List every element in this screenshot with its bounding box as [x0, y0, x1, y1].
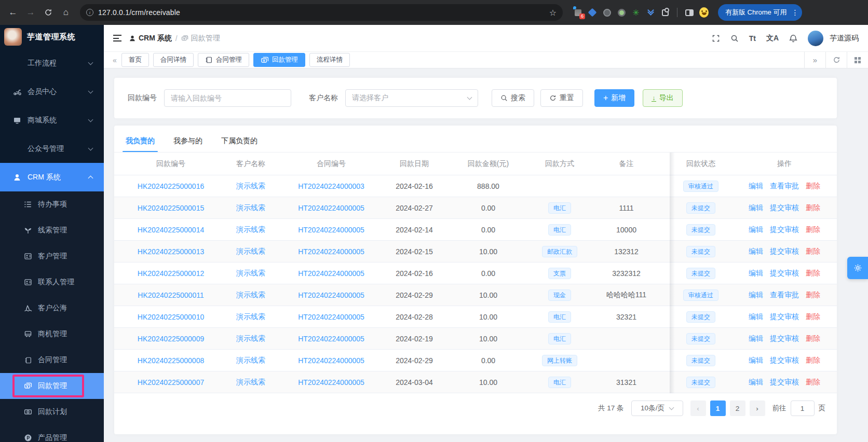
- action-delete-link[interactable]: 删除: [806, 291, 820, 300]
- sidebar-item-4[interactable]: CRM 系统: [0, 163, 104, 191]
- action-delete-link[interactable]: 删除: [806, 312, 820, 322]
- menu-collapse-icon[interactable]: [113, 35, 121, 42]
- action-audit-link[interactable]: 提交审核: [770, 203, 799, 213]
- home-icon[interactable]: ⌂: [58, 5, 74, 20]
- username[interactable]: 芋道源码: [830, 34, 859, 43]
- action-edit-link[interactable]: 编辑: [749, 269, 763, 278]
- customer-link[interactable]: 演示线索: [236, 269, 265, 277]
- action-delete-link[interactable]: 删除: [806, 356, 820, 365]
- customer-link[interactable]: 演示线索: [236, 334, 265, 342]
- action-audit-link[interactable]: 提交审核: [770, 225, 799, 234]
- receivable-code-link[interactable]: HK20240225000013: [138, 247, 204, 256]
- reset-button[interactable]: 重置: [540, 89, 583, 107]
- page-number-2[interactable]: 2: [730, 400, 745, 416]
- sidebar-subitem-4[interactable]: 客户公海: [0, 295, 104, 321]
- sidebar-subitem-3[interactable]: 联系人管理: [0, 269, 104, 295]
- action-delete-link[interactable]: 删除: [806, 378, 820, 387]
- page-tab-0[interactable]: 首页: [121, 53, 149, 67]
- action-edit-link[interactable]: 编辑: [749, 182, 763, 191]
- chrome-menu-icon[interactable]: ⋮: [791, 8, 799, 17]
- extension-green-star-icon[interactable]: ✳: [631, 8, 641, 17]
- address-bar[interactable]: i 127.0.0.1/crm/receivable ☆: [80, 4, 563, 21]
- action-delete-link[interactable]: 删除: [806, 225, 820, 234]
- customer-link[interactable]: 演示线索: [236, 182, 265, 190]
- fullscreen-icon[interactable]: [712, 34, 720, 43]
- customer-link[interactable]: 演示线索: [236, 247, 265, 255]
- page-tab-4[interactable]: 流程详情: [309, 53, 350, 67]
- prev-page-icon[interactable]: ‹: [690, 400, 706, 416]
- tab-options-grid-icon[interactable]: [847, 52, 868, 68]
- contract-code-link[interactable]: HT20240224000005: [298, 247, 364, 256]
- scope-tab-0[interactable]: 我负责的: [126, 136, 155, 152]
- bookmark-star-icon[interactable]: ☆: [549, 8, 557, 18]
- back-icon[interactable]: ←: [5, 5, 21, 20]
- extension-dark-circle-icon[interactable]: [602, 8, 612, 17]
- action-edit-link[interactable]: 编辑: [749, 312, 763, 322]
- sidebar-subitem-2[interactable]: 客户管理: [0, 243, 104, 269]
- forward-icon[interactable]: →: [23, 5, 38, 20]
- action-audit-link[interactable]: 查看审批: [770, 291, 799, 300]
- scope-tab-2[interactable]: 下属负责的: [221, 136, 257, 152]
- site-info-icon[interactable]: i: [86, 9, 93, 16]
- action-edit-link[interactable]: 编辑: [749, 378, 763, 387]
- page-tab-3[interactable]: 回款管理: [253, 53, 305, 67]
- action-edit-link[interactable]: 编辑: [749, 247, 763, 256]
- customer-link[interactable]: 演示线索: [236, 225, 265, 233]
- chrome-update-button[interactable]: 有新版 Chrome 可用 ⋮: [718, 4, 802, 21]
- action-audit-link[interactable]: 提交审核: [770, 356, 799, 365]
- sidebar-subitem-6[interactable]: 合同管理: [0, 347, 104, 373]
- contract-code-link[interactable]: HT20240224000005: [298, 204, 364, 212]
- customer-link[interactable]: 演示线索: [236, 356, 265, 364]
- receivable-code-link[interactable]: HK20240225000016: [138, 182, 204, 190]
- action-edit-link[interactable]: 编辑: [749, 334, 763, 343]
- sidebar-subitem-9[interactable]: 产品管理: [0, 425, 104, 442]
- action-audit-link[interactable]: 查看审批: [770, 182, 799, 191]
- tab-refresh-icon[interactable]: [825, 52, 847, 68]
- extension-diamond-icon[interactable]: [588, 8, 597, 17]
- next-page-icon[interactable]: ›: [750, 400, 765, 416]
- receivable-code-link[interactable]: HK20240225000014: [138, 226, 204, 234]
- action-delete-link[interactable]: 删除: [806, 269, 820, 278]
- add-button[interactable]: + 新增: [594, 89, 634, 107]
- search-icon[interactable]: [730, 34, 739, 43]
- receivable-code-link[interactable]: HK20240225000008: [138, 356, 204, 365]
- action-edit-link[interactable]: 编辑: [749, 291, 763, 300]
- sidebar-subitem-5[interactable]: 商机管理: [0, 321, 104, 347]
- action-delete-link[interactable]: 删除: [806, 247, 820, 256]
- action-edit-link[interactable]: 编辑: [749, 356, 763, 365]
- customer-link[interactable]: 演示线索: [236, 291, 265, 299]
- contract-code-link[interactable]: HT20240224000005: [298, 356, 364, 365]
- code-filter-input[interactable]: [164, 89, 291, 107]
- action-audit-link[interactable]: 提交审核: [770, 247, 799, 256]
- customer-link[interactable]: 演示线索: [236, 378, 265, 386]
- sidebar-item-2[interactable]: 商城系统: [0, 106, 104, 134]
- extensions-puzzle-icon[interactable]: [660, 8, 670, 17]
- customer-link[interactable]: 演示线索: [236, 203, 265, 212]
- contract-code-link[interactable]: HT20240224000003: [298, 182, 364, 190]
- action-audit-link[interactable]: 提交审核: [770, 269, 799, 278]
- extension-green-circle-icon[interactable]: [617, 8, 626, 17]
- side-panel-icon[interactable]: [685, 8, 694, 17]
- profile-avatar-icon[interactable]: [699, 8, 709, 17]
- contract-code-link[interactable]: HT20240224000005: [298, 378, 364, 386]
- page-number-1[interactable]: 1: [710, 400, 726, 416]
- sidebar-item-0[interactable]: 工作流程: [0, 49, 104, 77]
- sidebar-subitem-0[interactable]: 待办事项: [0, 191, 104, 217]
- action-delete-link[interactable]: 删除: [806, 182, 820, 191]
- font-size-icon[interactable]: Tt: [749, 34, 756, 43]
- page-tab-2[interactable]: 合同管理: [198, 53, 249, 67]
- action-audit-link[interactable]: 提交审核: [770, 312, 799, 322]
- goto-page-input[interactable]: [791, 400, 815, 416]
- tabs-scroll-left-icon[interactable]: «: [108, 56, 121, 64]
- action-edit-link[interactable]: 编辑: [749, 203, 763, 213]
- receivable-code-link[interactable]: HK20240225000015: [138, 204, 204, 212]
- sidebar-subitem-1[interactable]: 线索管理: [0, 217, 104, 243]
- action-audit-link[interactable]: 提交审核: [770, 334, 799, 343]
- action-delete-link[interactable]: 删除: [806, 334, 820, 343]
- receivable-code-link[interactable]: HK20240225000007: [138, 378, 204, 386]
- reload-icon[interactable]: [40, 5, 56, 20]
- receivable-code-link[interactable]: HK20240225000010: [138, 313, 204, 321]
- sidebar-item-3[interactable]: 公众号管理: [0, 134, 104, 163]
- contract-code-link[interactable]: HT20240224000005: [298, 291, 364, 299]
- page-size-select[interactable]: 10条/页: [631, 400, 683, 416]
